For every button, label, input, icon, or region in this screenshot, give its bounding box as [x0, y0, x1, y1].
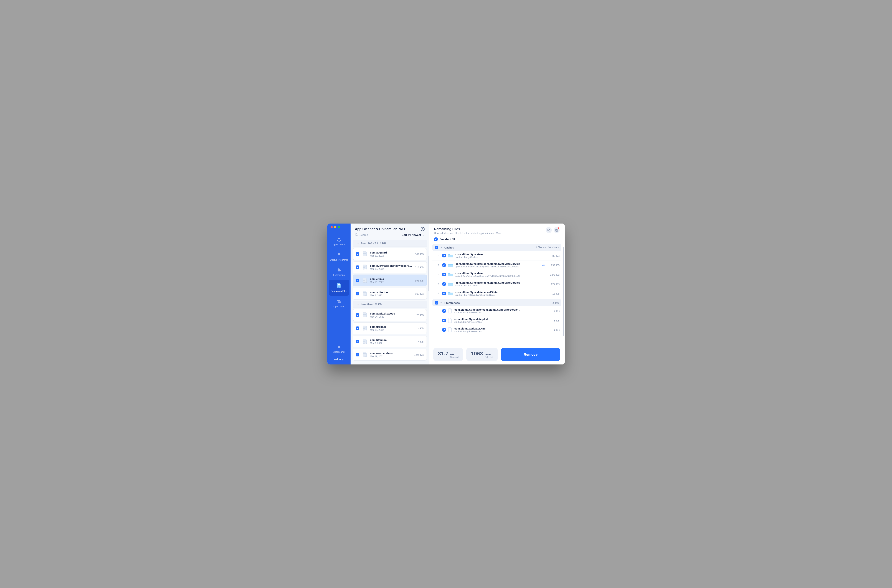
folder-icon — [448, 272, 453, 277]
checkbox[interactable] — [356, 279, 359, 282]
document-icon — [555, 228, 558, 232]
remaining-item[interactable]: com.softorinoMar 8, 2022160 KB — [353, 288, 427, 300]
checkbox[interactable] — [442, 328, 446, 332]
deselect-all-checkbox[interactable] — [434, 237, 438, 241]
sort-dropdown[interactable]: Sort by Newest — [402, 233, 424, 236]
scrollbar[interactable] — [427, 256, 429, 291]
file-row[interactable]: com.eltima.SyncMate.com.eltima.SyncMateS… — [432, 279, 561, 289]
file-path: starka/Library/Preferences — [454, 330, 546, 333]
folder-icon — [448, 263, 453, 267]
file-name: com.eltima.SyncMate.plist — [454, 318, 546, 321]
group-header[interactable]: Caches12 files and 10 folders — [432, 244, 561, 251]
help-button[interactable]: ? — [421, 227, 424, 231]
group-name: Caches — [444, 246, 454, 249]
svg-rect-3 — [338, 285, 340, 285]
file-size: 139 KB — [548, 264, 560, 267]
folder-icon — [448, 282, 453, 286]
remaining-item[interactable]: com.overmacs.photosweeperpa…Mar 18, 2022… — [353, 261, 427, 273]
minimize-window-button[interactable] — [334, 226, 336, 228]
file-path: /private/var/folders/3m/7kcqnxw97s1000vn… — [456, 265, 540, 268]
remaining-item[interactable]: com.wondershareMar 29, 2022Zero KB — [353, 349, 427, 360]
checkbox[interactable] — [356, 340, 359, 343]
remaining-item[interactable]: com.firebaseMar 16, 20224 KB — [353, 322, 427, 334]
checkbox[interactable] — [356, 266, 359, 269]
chat-button[interactable] — [546, 227, 552, 233]
count-value: 1063 — [471, 351, 483, 357]
section-header[interactable]: From 100 KB to 1 MB — [353, 240, 427, 247]
search-icon — [355, 233, 358, 236]
chevron-right-icon[interactable] — [438, 282, 440, 286]
notification-dot — [558, 228, 559, 229]
remaining-item[interactable]: com.eltimaMar 18, 2022393 KB — [353, 274, 427, 286]
chevron-down-icon[interactable] — [440, 302, 442, 304]
file-row[interactable]: com.eltima.SyncMate/private/var/folders/… — [432, 270, 561, 279]
search-input[interactable]: Search — [355, 233, 368, 236]
maximize-window-button[interactable] — [338, 226, 340, 228]
checkbox[interactable] — [442, 282, 446, 286]
chevron-down-icon — [422, 234, 424, 236]
file-size: 16 KB — [548, 292, 560, 295]
remaining-item[interactable]: com.adguardMar 18, 2022541 KB — [353, 248, 427, 260]
file-row[interactable]: com.eltima.SyncMate.com.eltima.SyncMateS… — [432, 261, 561, 270]
sidebar-item-extensions[interactable]: Extensions — [327, 264, 351, 280]
checkbox[interactable] — [356, 353, 359, 357]
sidebar-item-maccleaner[interactable]: MacCleaner — [332, 343, 346, 355]
sidebar-item-applications[interactable]: Applications — [327, 234, 351, 249]
count-selected-label: Selected — [485, 356, 493, 358]
item-date: Mar 18, 2022 — [370, 281, 412, 284]
file-size: Zero KB — [548, 273, 560, 276]
file-size: 8 KB — [548, 319, 560, 322]
checkbox[interactable] — [442, 273, 446, 276]
file-path: starka/Library/Caches — [456, 284, 546, 287]
item-date: Mar 18, 2022 — [370, 268, 412, 270]
remaining-file-icon — [362, 351, 367, 358]
sidebar-item-open-with[interactable]: Open With — [327, 296, 351, 311]
checkbox[interactable] — [442, 309, 446, 313]
size-unit: MB — [450, 353, 459, 356]
remaining-file-icon — [362, 290, 367, 297]
chevron-down-icon[interactable] — [440, 246, 442, 249]
file-row[interactable]: com.eltima.SyncMatestarka/Library/Caches… — [432, 251, 561, 261]
file-row[interactable]: com.eltima.SyncMate.savedStatestarka/Lib… — [432, 289, 561, 298]
checkbox[interactable] — [356, 327, 359, 330]
file-row[interactable]: com.eltima.SyncMate.pliststarka/Library/… — [432, 316, 561, 325]
item-size: 29 KB — [417, 314, 424, 316]
checkbox[interactable] — [356, 313, 359, 317]
detail-title: Remaining Files — [434, 227, 501, 231]
svg-point-5 — [355, 234, 357, 236]
chevron-right-icon[interactable] — [438, 273, 440, 276]
news-button[interactable] — [553, 227, 560, 233]
file-row[interactable]: com.eltima.activator.xmlstarka/Library/P… — [432, 325, 561, 334]
snowflake-icon — [337, 345, 341, 349]
remaining-file-icon — [362, 251, 367, 257]
checkbox[interactable] — [442, 263, 446, 267]
remove-button[interactable]: Remove — [501, 348, 560, 361]
file-size: 82 KB — [548, 254, 560, 257]
file-name: com.eltima.SyncMate.com.eltima.SyncMateS… — [454, 308, 546, 311]
scrollbar[interactable] — [563, 247, 564, 336]
group-header[interactable]: Preferences3 files — [432, 299, 561, 306]
checkbox[interactable] — [442, 319, 446, 322]
chevron-right-icon[interactable] — [438, 254, 440, 257]
checkbox[interactable] — [356, 252, 359, 256]
remaining-file-icon — [362, 277, 367, 284]
section-header[interactable]: Less than 100 KB — [353, 301, 427, 308]
remaining-item[interactable]: com.apple.dt.xcodeMay 26, 202229 KB — [353, 309, 427, 321]
search-placeholder: Search — [360, 233, 368, 236]
item-size: 4 KB — [418, 327, 424, 330]
close-window-button[interactable] — [331, 226, 333, 228]
sidebar-item-startup-programs[interactable]: Startup Programs — [327, 249, 351, 265]
sort-label: Sort by Newest — [402, 233, 421, 236]
chevron-right-icon[interactable] — [438, 292, 440, 295]
checkbox[interactable] — [356, 292, 359, 296]
count-stat: 1063 itemsSelected — [466, 348, 498, 361]
checkbox[interactable] — [442, 254, 446, 257]
chevron-right-icon[interactable] — [438, 264, 440, 267]
item-date: Mar 18, 2022 — [370, 254, 412, 257]
sidebar-item-remaining-files[interactable]: Remaining Files — [329, 280, 349, 296]
checkbox[interactable] — [442, 292, 446, 295]
checkbox[interactable] — [435, 246, 438, 249]
checkbox[interactable] — [435, 301, 438, 304]
remaining-item[interactable]: com.titaniumMar 3, 20224 KB — [353, 336, 427, 347]
file-row[interactable]: com.eltima.SyncMate.com.eltima.SyncMateS… — [432, 306, 561, 316]
